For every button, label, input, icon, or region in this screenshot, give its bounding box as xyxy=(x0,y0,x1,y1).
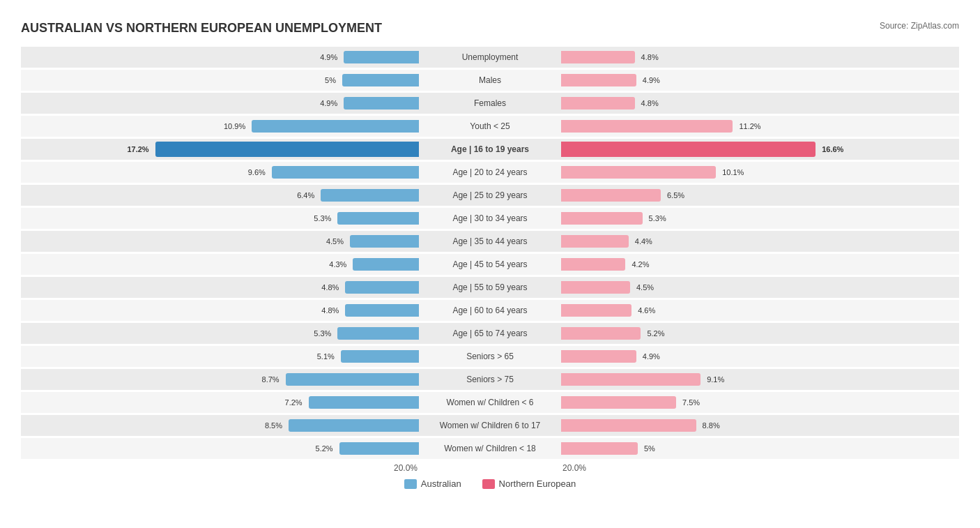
right-value-age-20-24: 10.1% xyxy=(719,168,747,176)
axis-row: 20.0% 20.0% xyxy=(21,463,959,473)
right-bar-area-age-65-74: 5.2% xyxy=(560,323,959,344)
bar-blue-women-children-6-17 xyxy=(289,419,419,432)
right-bar-area-seniors-75: 9.1% xyxy=(560,369,959,390)
bar-label-age-55-59: Age | 55 to 59 years xyxy=(420,282,560,292)
legend-swatch-australian xyxy=(404,479,417,489)
bar-blue-age-35-44 xyxy=(350,235,419,248)
left-value-women-children-lt6: 7.2% xyxy=(282,398,305,407)
legend-item-northern-european: Northern European xyxy=(482,478,576,489)
left-value-women-children-lt18: 5.2% xyxy=(313,444,336,453)
right-value-age-45-54: 4.2% xyxy=(629,260,652,269)
right-bar-area-age-16-19: 16.6% xyxy=(560,139,959,160)
bar-pink-seniors-65 xyxy=(561,350,636,363)
bar-row-women-children-lt18: 5.2% Women w/ Children < 18 5% xyxy=(21,438,959,459)
right-value-age-65-74: 5.2% xyxy=(644,329,667,338)
right-bar-area-women-children-lt6: 7.5% xyxy=(560,392,959,413)
left-bar-area-age-35-44: 4.5% xyxy=(21,231,420,252)
left-value-age-55-59: 4.8% xyxy=(319,283,342,292)
bar-blue-age-55-59 xyxy=(345,281,419,294)
bar-blue-women-children-lt6 xyxy=(309,396,419,409)
right-bar-area-seniors-65: 4.9% xyxy=(560,346,959,367)
bar-blue-age-60-64 xyxy=(345,304,419,317)
right-bar-area-females: 4.8% xyxy=(560,93,959,114)
right-bar-area-age-30-34: 5.3% xyxy=(560,208,959,229)
bar-label-males: Males xyxy=(420,75,560,85)
right-value-women-children-6-17: 8.8% xyxy=(700,421,723,430)
left-value-unemployment: 4.9% xyxy=(317,53,340,61)
bar-pink-women-children-6-17 xyxy=(561,419,696,432)
right-bar-area-women-children-lt18: 5% xyxy=(560,438,959,459)
bar-pink-women-children-lt18 xyxy=(561,442,638,455)
right-value-women-children-lt18: 5% xyxy=(641,444,658,453)
bar-pink-females xyxy=(561,97,635,110)
bar-pink-age-60-64 xyxy=(561,304,631,317)
right-value-seniors-65: 4.9% xyxy=(640,352,663,361)
right-value-age-55-59: 4.5% xyxy=(634,283,657,292)
bar-row-age-20-24: 9.6% Age | 20 to 24 years 10.1% xyxy=(21,162,959,183)
bar-row-females: 4.9% Females 4.8% xyxy=(21,93,959,114)
right-bar-area-unemployment: 4.8% xyxy=(560,47,959,68)
left-value-age-16-19: 17.2% xyxy=(124,145,151,153)
bar-pink-age-45-54 xyxy=(561,258,625,271)
left-value-females: 4.9% xyxy=(317,99,340,107)
right-value-age-30-34: 5.3% xyxy=(646,214,669,222)
left-bar-area-seniors-65: 5.1% xyxy=(21,346,420,367)
left-bar-area-age-16-19: 17.2% xyxy=(21,139,420,160)
left-value-age-35-44: 4.5% xyxy=(323,237,346,246)
axis-right-label: 20.0% xyxy=(560,463,959,473)
bar-blue-seniors-75 xyxy=(286,373,419,386)
bar-row-seniors-75: 8.7% Seniors > 75 9.1% xyxy=(21,369,959,390)
chart-header: AUSTRALIAN VS NORTHERN EUROPEAN UNEMPLOY… xyxy=(21,21,959,36)
left-value-males: 5% xyxy=(322,76,339,84)
legend: Australian Northern European xyxy=(21,478,959,489)
bar-blue-age-30-34 xyxy=(337,212,419,225)
bar-label-unemployment: Unemployment xyxy=(420,52,560,62)
bar-row-age-65-74: 5.3% Age | 65 to 74 years 5.2% xyxy=(21,323,959,344)
bar-row-age-35-44: 4.5% Age | 35 to 44 years 4.4% xyxy=(21,231,959,252)
right-value-age-16-19: 16.6% xyxy=(819,145,846,153)
bar-blue-unemployment xyxy=(344,51,419,63)
bar-pink-youth xyxy=(561,120,733,133)
right-value-women-children-lt6: 7.5% xyxy=(680,398,703,407)
bar-pink-age-65-74 xyxy=(561,327,641,340)
bar-label-youth: Youth < 25 xyxy=(420,121,560,131)
bar-label-women-children-6-17: Women w/ Children 6 to 17 xyxy=(420,421,560,430)
right-value-age-60-64: 4.6% xyxy=(635,306,658,315)
bar-blue-males xyxy=(342,74,419,86)
bar-pink-age-25-29 xyxy=(561,189,661,202)
left-value-age-65-74: 5.3% xyxy=(311,329,334,338)
bar-pink-women-children-lt6 xyxy=(561,396,676,409)
left-value-youth: 10.9% xyxy=(221,122,248,130)
chart-container: AUSTRALIAN VS NORTHERN EUROPEAN UNEMPLOY… xyxy=(21,14,959,496)
bar-row-age-16-19: 17.2% Age | 16 to 19 years 16.6% xyxy=(21,139,959,160)
axis-left-label: 20.0% xyxy=(21,463,420,473)
left-bar-area-age-65-74: 5.3% xyxy=(21,323,420,344)
bar-row-women-children-6-17: 8.5% Women w/ Children 6 to 17 8.8% xyxy=(21,415,959,436)
left-bar-area-youth: 10.9% xyxy=(21,116,420,137)
left-bar-area-women-children-lt6: 7.2% xyxy=(21,392,420,413)
left-bar-area-women-children-6-17: 8.5% xyxy=(21,415,420,436)
bar-blue-age-16-19 xyxy=(155,142,419,157)
bar-label-age-60-64: Age | 60 to 64 years xyxy=(420,306,560,315)
right-value-unemployment: 4.8% xyxy=(638,53,661,61)
bar-blue-age-45-54 xyxy=(353,258,419,271)
bar-label-seniors-75: Seniors > 75 xyxy=(420,375,560,384)
bar-row-age-60-64: 4.8% Age | 60 to 64 years 4.6% xyxy=(21,300,959,321)
right-value-age-25-29: 6.5% xyxy=(664,191,687,199)
legend-swatch-northern-european xyxy=(482,479,495,489)
bar-label-females: Females xyxy=(420,98,560,108)
bar-row-youth: 10.9% Youth < 25 11.2% xyxy=(21,116,959,137)
left-bar-area-females: 4.9% xyxy=(21,93,420,114)
chart-source: Source: ZipAtlas.com xyxy=(880,21,959,31)
left-value-age-30-34: 5.3% xyxy=(311,214,334,222)
bar-pink-age-16-19 xyxy=(561,142,816,157)
right-bar-area-women-children-6-17: 8.8% xyxy=(560,415,959,436)
bar-row-age-30-34: 5.3% Age | 30 to 34 years 5.3% xyxy=(21,208,959,229)
bar-pink-unemployment xyxy=(561,51,635,63)
left-bar-area-age-20-24: 9.6% xyxy=(21,162,420,183)
left-value-age-60-64: 4.8% xyxy=(319,306,342,315)
bar-label-age-45-54: Age | 45 to 54 years xyxy=(420,259,560,269)
bar-label-age-30-34: Age | 30 to 34 years xyxy=(420,213,560,223)
legend-label-northern-european: Northern European xyxy=(499,478,576,489)
bar-label-women-children-lt18: Women w/ Children < 18 xyxy=(420,444,560,453)
